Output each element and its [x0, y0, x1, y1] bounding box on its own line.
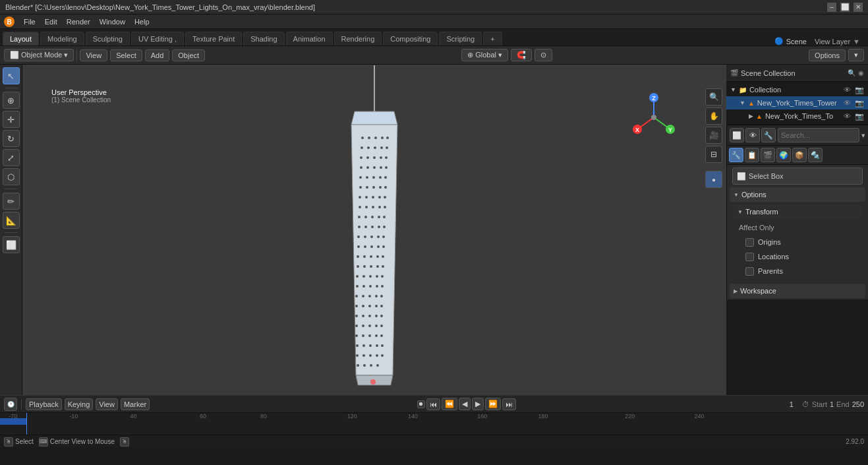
scene-tab-btn[interactable]: 🎬: [761, 148, 775, 162]
maximize-button[interactable]: ⬜: [840, 3, 850, 12]
tab-animation[interactable]: Animation: [286, 32, 333, 46]
snap-button[interactable]: 🧲: [511, 49, 532, 61]
visibility-icon-1[interactable]: 👁: [844, 86, 851, 94]
outliner-item-nyt[interactable]: ▼ ▲ New_York_Times_Tower 👁 📷: [726, 96, 868, 109]
select-box-button[interactable]: ⬜ Select Box: [732, 168, 863, 185]
tab-sculpting[interactable]: Sculpting: [86, 32, 130, 46]
jump-start-button[interactable]: ⏮: [426, 398, 440, 410]
world-tab-btn[interactable]: 🌍: [776, 148, 791, 162]
menu-file[interactable]: File: [20, 16, 40, 27]
jump-end-button[interactable]: ⏭: [502, 398, 516, 410]
playback-menu[interactable]: Playback: [26, 398, 62, 410]
options-dropdown[interactable]: ▾: [848, 49, 864, 61]
timeline-track-area[interactable]: -70 -10 40 60 80 120 140 160 180 220 240: [0, 413, 868, 435]
record-button[interactable]: ⏺: [417, 400, 425, 408]
options-button[interactable]: Options: [809, 49, 846, 61]
current-frame[interactable]: 1: [784, 400, 799, 408]
play-reverse-button[interactable]: ◀: [459, 398, 471, 410]
pan-view-button[interactable]: ✋: [705, 108, 722, 125]
camera-vis-icon-1[interactable]: 📷: [855, 86, 864, 94]
viewport[interactable]: User Perspective (1) Scene Collection Z …: [22, 65, 726, 395]
outliner-item-nyt-sub[interactable]: ▶ ▲ New_York_Times_To 👁 📷: [726, 109, 868, 123]
zoom-to-selected-button[interactable]: 🔍: [705, 88, 722, 106]
origins-checkbox[interactable]: [745, 238, 754, 247]
view-layer-dropdown[interactable]: ▼: [853, 38, 860, 46]
menu-help[interactable]: Help: [130, 16, 154, 27]
menu-edit[interactable]: Edit: [41, 16, 61, 27]
visibility-icon-3[interactable]: 👁: [844, 112, 851, 120]
proportional-button[interactable]: ⊙: [535, 49, 552, 61]
transform-tool-button[interactable]: ⬡: [3, 168, 20, 185]
step-back-button[interactable]: ⏪: [442, 398, 457, 410]
select-menu-button[interactable]: Select: [110, 49, 142, 61]
transform-selector[interactable]: ⊕ Global ▾: [461, 49, 508, 61]
filter-icon[interactable]: 🔍: [848, 69, 855, 77]
parents-checkbox[interactable]: [745, 267, 754, 276]
scale-tool-button[interactable]: ⤢: [3, 149, 20, 166]
tab-uv-editing[interactable]: UV Editing ,: [131, 32, 184, 46]
step-forward-button[interactable]: ⏩: [485, 398, 501, 410]
tab-layout[interactable]: Layout: [3, 32, 39, 46]
navigation-gizmo[interactable]: Z X Y: [627, 91, 680, 144]
start-value[interactable]: 1: [830, 400, 834, 408]
measure-tool-button[interactable]: 📐: [3, 212, 20, 229]
rotate-tool-button[interactable]: ↻: [3, 130, 20, 147]
close-button[interactable]: ✕: [854, 3, 863, 12]
search-dropdown[interactable]: ▾: [861, 131, 865, 140]
tab-modeling[interactable]: Modeling: [40, 32, 84, 46]
workspace-tabs: Layout Modeling Sculpting UV Editing , T…: [0, 29, 868, 46]
object-menu-button[interactable]: Object: [172, 49, 205, 61]
move-tool-button[interactable]: ✛: [3, 111, 20, 128]
keying-menu[interactable]: Keying: [65, 398, 94, 410]
view-layer-display[interactable]: ◉: [858, 69, 864, 77]
tab-texture-paint[interactable]: Texture Paint: [185, 32, 242, 46]
locations-checkbox[interactable]: [745, 253, 754, 261]
outliner-item-collection[interactable]: ▼ 📁 Collection 👁 📷: [726, 83, 868, 96]
view-layer-tab[interactable]: View Layer: [815, 38, 850, 46]
options-header[interactable]: ▼ Options: [730, 187, 865, 202]
minimize-button[interactable]: –: [827, 3, 836, 12]
tab-shading[interactable]: Shading: [243, 32, 284, 46]
object-tab-btn[interactable]: 📦: [792, 148, 807, 162]
menu-render[interactable]: Render: [63, 16, 94, 27]
add-menu-button[interactable]: Add: [145, 49, 170, 61]
svg-point-50: [359, 206, 361, 208]
tab-compositing[interactable]: Compositing: [383, 32, 438, 46]
scene-label[interactable]: Scene: [786, 38, 807, 46]
tab-add[interactable]: +: [483, 32, 502, 46]
object-mode-button[interactable]: ⬜ Object Mode ▾: [4, 49, 74, 61]
tool-search-input[interactable]: [778, 128, 859, 142]
view-menu-tl[interactable]: View: [96, 398, 118, 410]
select-tool-button[interactable]: ↖: [3, 67, 20, 84]
tools-tab[interactable]: 🔧: [729, 148, 743, 162]
tab-scripting[interactable]: Scripting: [439, 32, 482, 46]
play-button[interactable]: ▶: [472, 398, 484, 410]
tab-rendering[interactable]: Rendering: [334, 32, 382, 46]
svg-point-68: [377, 235, 380, 238]
add-cube-button[interactable]: ⬜: [3, 236, 20, 253]
blender-logo-icon[interactable]: B: [3, 15, 16, 28]
tool-icon-3[interactable]: 🔧: [761, 128, 776, 142]
tl-marker-80: 80: [260, 413, 267, 419]
camera-vis-icon-2[interactable]: 📷: [855, 99, 864, 108]
cursor-tool-button[interactable]: ⊕: [3, 92, 20, 109]
transform-header[interactable]: ▼ Transform: [734, 204, 861, 219]
tool-icon-1[interactable]: ⬜: [730, 128, 744, 142]
timeline-icon[interactable]: 🕐: [4, 398, 17, 411]
camera-vis-icon-3[interactable]: 📷: [855, 112, 864, 121]
camera-button[interactable]: 🎥: [705, 127, 722, 144]
timeline-header: 🕐 Playback Keying View Marker ⏺ ⏮ ⏪ ◀ ▶ …: [0, 396, 868, 413]
tool-icon-2[interactable]: 👁: [745, 128, 760, 142]
modifier-tab-btn[interactable]: 🔩: [808, 148, 823, 162]
visibility-icon-2[interactable]: 👁: [844, 99, 851, 107]
annotate-tool-button[interactable]: ✏: [3, 193, 20, 210]
workspace-header[interactable]: ▶ Workspace: [730, 284, 865, 298]
marker-menu[interactable]: Marker: [121, 398, 150, 410]
orthographic-button[interactable]: ⊟: [705, 146, 722, 163]
svg-point-46: [365, 196, 368, 199]
view-menu-button[interactable]: View: [80, 49, 107, 61]
workspace-tab-btn[interactable]: 📋: [745, 148, 759, 162]
menu-window[interactable]: Window: [96, 16, 129, 27]
end-value[interactable]: 250: [852, 400, 864, 408]
viewport-display-button[interactable]: ●: [705, 171, 722, 188]
